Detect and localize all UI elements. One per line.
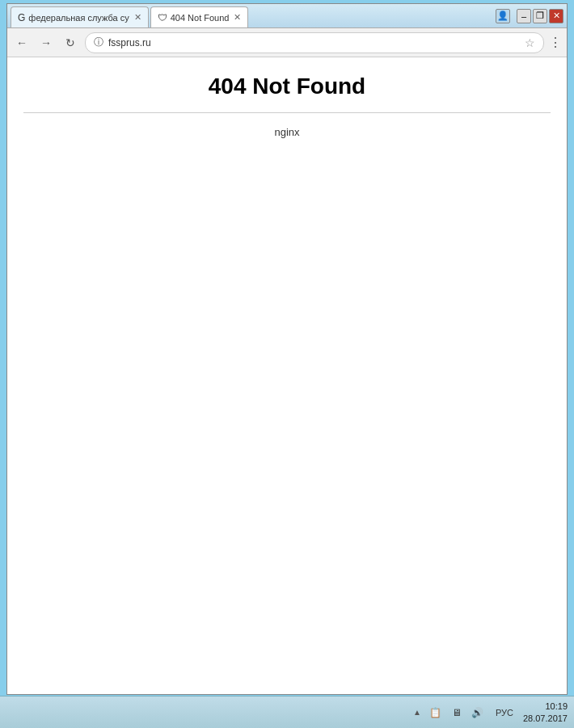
browser-window: G федеральная служба су ✕ 🛡 404 Not Foun… [6,3,568,695]
taskbar-arrow[interactable]: ▲ [413,708,421,717]
restore-button[interactable]: ❐ [533,9,547,23]
taskbar-icon-clipboard[interactable]: 📋 [428,706,444,719]
tab-404-label: 404 Not Found [171,13,230,23]
back-button[interactable]: ← [12,33,32,53]
divider [23,112,551,113]
error-heading: 404 Not Found [23,74,551,99]
address-field[interactable]: ⓘ fssprus.ru ☆ [85,32,544,53]
security-icon: ⓘ [94,36,103,49]
tab-google-close[interactable]: ✕ [134,12,141,23]
server-label: nginx [23,126,551,138]
taskbar-icon-monitor[interactable]: 🖥 [449,706,465,719]
language-indicator[interactable]: РУС [492,706,517,719]
clock-date: 28.07.2017 [523,713,568,724]
page-content: 404 Not Found nginx [7,57,567,694]
user-button[interactable]: 👤 [496,9,510,23]
tab-404[interactable]: 🛡 404 Not Found ✕ [150,6,249,27]
minimize-button[interactable]: – [517,9,531,23]
tab-bar: G федеральная служба су ✕ 🛡 404 Not Foun… [11,4,492,27]
menu-icon[interactable]: ⋮ [549,35,562,50]
tab-google-favicon: G [18,12,25,23]
taskbar: ▲ 📋 🖥 🔊 РУС 10:19 28.07.2017 [0,696,574,728]
addressbar: ← → ↻ ⓘ fssprus.ru ☆ ⋮ [7,28,567,57]
taskbar-clock: 10:19 28.07.2017 [523,701,568,724]
clock-time: 10:19 [523,701,568,712]
tab-404-favicon: 🛡 [158,12,167,23]
url-text: fssprus.ru [108,37,151,48]
tab-google-label: федеральная служба су [28,13,129,23]
window-controls: 👤 – ❐ ✕ [496,9,563,23]
taskbar-icon-volume[interactable]: 🔊 [470,706,486,719]
taskbar-icons: 📋 🖥 🔊 [428,706,486,719]
tab-404-close[interactable]: ✕ [234,12,241,23]
titlebar: G федеральная служба су ✕ 🛡 404 Not Foun… [7,4,567,28]
close-button[interactable]: ✕ [549,9,563,23]
tab-google[interactable]: G федеральная служба су ✕ [11,6,149,27]
reload-button[interactable]: ↻ [61,33,80,53]
forward-button[interactable]: → [36,33,56,53]
bookmark-icon[interactable]: ☆ [525,36,535,49]
